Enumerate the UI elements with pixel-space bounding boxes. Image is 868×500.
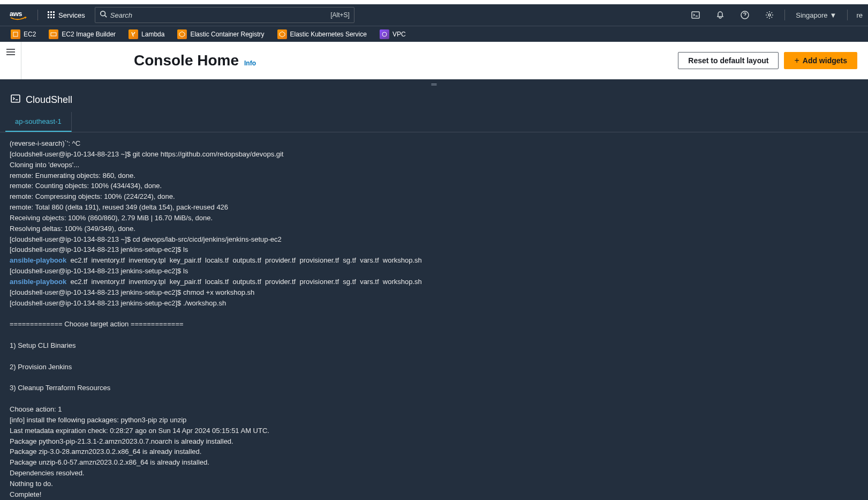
fav-ec2-image-builder[interactable]: EC2 Image Builder [43,26,121,42]
settings-icon[interactable] [760,4,779,26]
terminal-line: Receiving objects: 100% (860/860), 2.79 … [10,214,213,222]
svg-rect-4 [48,14,49,16]
fav-eks[interactable]: Elastic Kubernetes Service [272,26,372,42]
plus-icon: + [794,56,799,65]
fav-ec2[interactable]: EC2 [5,26,41,42]
terminal-line: [cloudshell-user@ip-10-134-88-213 jenkin… [10,245,188,253]
lambda-icon [129,29,138,39]
svg-rect-8 [50,17,52,18]
cloudshell-title: CloudShell [26,94,72,106]
vpc-icon [380,29,389,39]
help-icon[interactable] [735,4,754,26]
cloudshell-icon[interactable] [686,4,705,26]
search-shortcut: [Alt+S] [330,11,350,19]
fav-label: Elastic Kubernetes Service [290,31,367,38]
fav-lambda[interactable]: Lambda [123,26,170,42]
terminal-line: [cloudshell-user@ip-10-134-88-213 ~]$ gi… [10,150,283,158]
terminal-line: Choose action: 1 [10,405,62,413]
panel-resize-handle[interactable]: ═ [0,79,868,89]
ec2-icon [11,29,20,39]
sidebar-toggle[interactable] [0,42,21,79]
terminal-line: Dependencies resolved. [10,469,84,477]
services-menu[interactable]: Services [43,11,89,19]
fav-label: Lambda [141,31,164,38]
reset-layout-button[interactable]: Reset to default layout [678,52,779,69]
terminal-line: 3) Cleanup Terraform Resources [10,384,110,392]
terminal-line: [cloudshell-user@ip-10-134-88-213 ~]$ cd… [10,235,282,243]
fav-label: EC2 Image Builder [62,31,116,38]
fav-label: Elastic Container Registry [190,31,264,38]
cloudshell-tabs: ap-southeast-1 [0,110,868,132]
svg-rect-6 [53,14,55,16]
terminal-line: Package python3-pip-21.3.1-2.amzn2023.0.… [10,437,233,445]
svg-rect-1 [48,11,49,13]
svg-rect-3 [53,11,55,13]
terminal-dir: ansible-playbook [10,278,66,286]
terminal-line: Resolving deltas: 100% (349/349), done. [10,225,135,233]
terminal-output[interactable]: (reverse-i-search)`': ^C [cloudshell-use… [0,132,868,500]
nav-divider [784,10,785,20]
browser-top-strip [0,0,868,4]
svg-rect-15 [13,32,18,36]
svg-line-11 [104,16,107,18]
region-selector[interactable]: Singapore ▼ [790,11,842,19]
terminal-line: ============= Choose target action =====… [10,320,184,328]
svg-rect-9 [53,17,55,18]
fav-vpc[interactable]: VPC [374,26,411,42]
drag-handle-icon: ═ [432,83,437,86]
terminal-line: [cloudshell-user@ip-10-134-88-213 jenkin… [10,299,226,307]
cloudshell-tab-region[interactable]: ap-southeast-1 [5,112,72,132]
svg-rect-7 [48,17,49,18]
nav-divider [847,10,848,20]
cloudshell-icon [11,94,20,106]
region-label: Singapore [796,11,827,19]
fav-label: VPC [393,31,406,38]
add-widgets-button[interactable]: + Add widgets [784,52,857,69]
account-truncated[interactable]: re [853,11,863,19]
console-header-bar: Console Home Info Reset to default layou… [0,42,868,79]
search-box[interactable]: [Alt+S] [95,7,354,23]
fav-label: EC2 [24,31,36,38]
search-input[interactable] [110,11,330,19]
terminal-line: remote: Counting objects: 100% (434/434)… [10,182,162,190]
terminal-line: [cloudshell-user@ip-10-134-88-213 jenkin… [10,267,188,275]
terminal-line: ec2.tf inventory.tf inventory.tpl key_pa… [66,256,422,264]
svg-point-17 [382,32,387,36]
chevron-down-icon: ▼ [830,11,837,19]
terminal-line: ec2.tf inventory.tf inventory.tpl key_pa… [66,278,422,286]
svg-text:aws: aws [10,10,22,18]
favorites-bar: EC2 EC2 Image Builder Lambda Elastic Con… [0,26,868,42]
info-link[interactable]: Info [244,59,256,67]
terminal-line: (reverse-i-search)`': ^C [10,139,80,147]
fav-ecr[interactable]: Elastic Container Registry [172,26,269,42]
nav-divider [37,10,38,20]
aws-logo[interactable]: aws [5,10,32,20]
image-builder-icon [49,29,58,39]
terminal-line: [cloudshell-user@ip-10-134-88-213 jenkin… [10,288,254,296]
terminal-line: Package unzip-6.0-57.amzn2023.0.2.x86_64… [10,458,209,466]
grid-icon [48,11,55,19]
terminal-line: remote: Enumerating objects: 860, done. [10,171,135,180]
svg-rect-21 [11,95,20,102]
terminal-line: Package zip-3.0-28.amzn2023.0.2.x86_64 i… [10,447,201,456]
terminal-line: Nothing to do. [10,480,53,488]
terminal-line: remote: Total 860 (delta 191), reused 34… [10,203,228,211]
terminal-line: Cloning into 'devops'... [10,161,79,169]
search-icon [100,10,107,20]
svg-rect-2 [50,11,52,13]
terminal-line: Complete! [10,490,41,498]
terminal-line: 1) Setup CLI Binaries [10,341,76,349]
svg-rect-5 [50,14,52,16]
button-label: Reset to default layout [688,56,768,65]
notifications-icon[interactable] [711,4,730,26]
svg-point-14 [768,14,771,16]
terminal-line: Last metadata expiration check: 0:28:27 … [10,427,269,435]
terminal-dir: ansible-playbook [10,256,66,264]
eks-icon [277,29,287,39]
svg-point-10 [101,11,105,16]
ecr-icon [177,29,187,39]
terminal-line: [info] install the following packages: p… [10,416,186,424]
terminal-line: 2) Provision Jenkins [10,363,72,371]
terminal-line: remote: Compressing objects: 100% (224/2… [10,192,175,200]
cloudshell-header: CloudShell [0,89,868,110]
